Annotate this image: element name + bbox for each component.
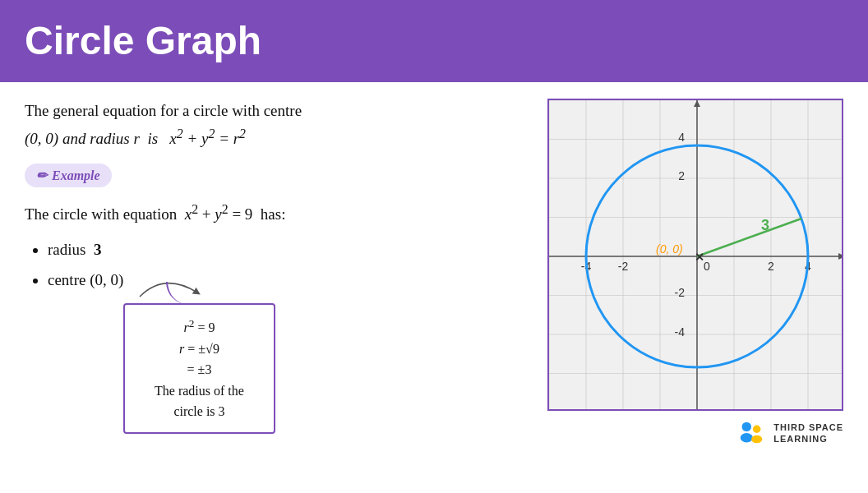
callout-line4: The radius of the xyxy=(140,380,259,402)
svg-text:-2: -2 xyxy=(618,260,629,273)
svg-point-37 xyxy=(742,422,751,431)
page-title: Circle Graph xyxy=(25,18,843,63)
svg-text:0: 0 xyxy=(704,260,710,273)
callout-line3: = ±3 xyxy=(140,359,259,380)
callout-box: r2 = 9 r = ±√9 = ±3 The radius of the ci… xyxy=(123,303,275,434)
callout-line1: r2 = 9 xyxy=(140,315,259,339)
example-text: The circle with equation x2 + y2 = 9 has… xyxy=(25,202,523,223)
gen-eq-line1: The general equation for a circle with c… xyxy=(25,99,523,123)
page-wrapper: Circle Graph The general equation for a … xyxy=(0,0,868,493)
svg-text:2: 2 xyxy=(678,169,685,182)
graph-container: 4 2 -2 -4 -2 -4 0 2 4 xyxy=(547,99,843,411)
svg-text:(0, 0): (0, 0) xyxy=(656,242,683,256)
bottom-row: radius 3 centre (0, 0) xyxy=(25,235,523,433)
example-intro: The circle with equation xyxy=(25,205,177,223)
logo-line1: THIRD SPACE xyxy=(773,422,843,433)
third-space-logo-icon xyxy=(736,417,767,449)
logo-area: THIRD SPACE LEARNING xyxy=(736,417,843,449)
pencil-icon: ✏ xyxy=(36,168,47,183)
example-badge: ✏ Example xyxy=(25,164,112,187)
callout-line5: circle is 3 xyxy=(140,401,259,422)
svg-text:3: 3 xyxy=(761,217,769,233)
svg-text:-4: -4 xyxy=(675,325,686,339)
svg-point-39 xyxy=(753,426,761,434)
svg-text:✕: ✕ xyxy=(695,251,704,264)
center-coords: (0, 0) and radius r is x2 + y2 = r2 xyxy=(25,123,246,152)
svg-point-40 xyxy=(751,435,762,444)
logo-line2: LEARNING xyxy=(773,433,843,445)
general-equation-text: The general equation for a circle with c… xyxy=(25,99,523,152)
example-label: Example xyxy=(52,168,100,183)
gen-eq-line2: (0, 0) and radius r is x2 + y2 = r2 xyxy=(25,123,523,152)
coordinate-graph: 4 2 -2 -4 -2 -4 0 2 4 xyxy=(549,100,843,411)
callout-line2: r = ±√9 xyxy=(140,339,259,360)
header: Circle Graph xyxy=(0,0,868,82)
svg-text:-2: -2 xyxy=(675,286,686,299)
main-content: The general equation for a circle with c… xyxy=(0,82,868,493)
bullet-radius: radius 3 xyxy=(48,235,275,265)
right-panel: 4 2 -2 -4 -2 -4 0 2 4 xyxy=(539,99,843,485)
logo-text: THIRD SPACE LEARNING xyxy=(773,422,843,445)
bullets-and-callout: radius 3 centre (0, 0) xyxy=(25,235,275,433)
left-panel: The general equation for a circle with c… xyxy=(25,99,523,485)
svg-text:4: 4 xyxy=(678,131,685,144)
svg-text:2: 2 xyxy=(768,260,774,273)
svg-point-38 xyxy=(741,433,753,442)
